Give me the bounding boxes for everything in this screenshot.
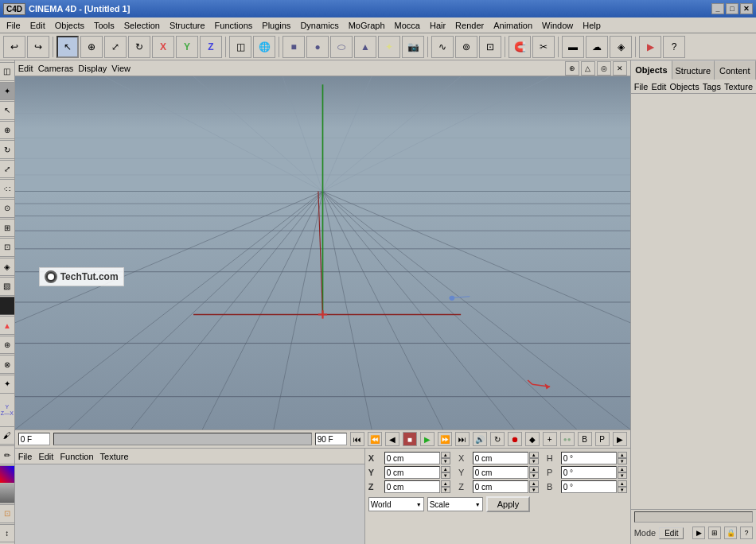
z-size-spin[interactable]: ▲ ▼ xyxy=(529,480,539,493)
left-tool-texture[interactable]: ⊡ xyxy=(0,504,15,523)
p-field[interactable]: 0 ° xyxy=(561,466,617,479)
b-down[interactable]: ▼ xyxy=(618,487,627,493)
left-tool-7[interactable]: ·∷ xyxy=(0,179,15,198)
z-axis[interactable]: Z xyxy=(200,36,222,58)
y-size-up[interactable]: ▲ xyxy=(529,466,539,472)
y-size-down[interactable]: ▼ xyxy=(529,472,539,479)
next-frame-button[interactable]: ⏩ xyxy=(438,432,452,446)
z-size-down[interactable]: ▼ xyxy=(529,487,539,493)
environment-tool[interactable]: ◈ xyxy=(610,36,632,58)
y-pos-spin[interactable]: ▲ ▼ xyxy=(441,466,450,479)
left-tool-11[interactable]: ◈ xyxy=(0,258,15,277)
end-frame-field[interactable]: 90 F xyxy=(315,433,347,445)
vp-btn-1[interactable]: ⊕ xyxy=(565,61,579,76)
x-pos-field[interactable]: 0 cm xyxy=(384,452,440,464)
menu-edit[interactable]: Edit xyxy=(25,19,50,32)
mode-icon-1[interactable]: ▶ xyxy=(692,527,705,539)
mat-edit[interactable]: Edit xyxy=(38,452,53,461)
current-frame-field[interactable]: 0 F xyxy=(18,433,50,445)
menu-help[interactable]: Help xyxy=(578,19,606,32)
render-settings[interactable]: ▶ xyxy=(639,36,661,58)
spline-tool[interactable]: ∿ xyxy=(431,36,454,58)
left-tool-2[interactable]: ✦ xyxy=(0,82,15,101)
y-size-spin[interactable]: ▲ ▼ xyxy=(529,466,539,479)
left-tool-9[interactable]: ⊞ xyxy=(0,219,15,238)
tab-objects[interactable]: Objects xyxy=(631,60,672,80)
close-button[interactable]: ✕ xyxy=(740,3,753,14)
x-size-down[interactable]: ▼ xyxy=(529,458,539,464)
world-mode-select[interactable]: World xyxy=(368,497,424,511)
h-down[interactable]: ▼ xyxy=(618,458,627,464)
menu-functions[interactable]: Functions xyxy=(210,19,258,32)
timeline-extra1[interactable]: + xyxy=(543,432,557,446)
vp-display[interactable]: Display xyxy=(78,64,107,73)
vp-view[interactable]: View xyxy=(111,64,131,73)
magnet-tool[interactable]: 🧲 xyxy=(509,36,531,58)
left-tool-14[interactable]: ▲ xyxy=(0,316,15,335)
x-pos-up[interactable]: ▲ xyxy=(441,452,450,458)
x-pos-spin[interactable]: ▲ ▼ xyxy=(441,452,450,464)
left-tool-color[interactable] xyxy=(0,465,15,484)
vp-btn-2[interactable]: △ xyxy=(581,61,595,76)
menu-hair[interactable]: Hair xyxy=(425,19,450,32)
object-axis[interactable]: ◫ xyxy=(229,36,251,58)
light-tool[interactable]: ✦ xyxy=(378,36,400,58)
loop-button[interactable]: ↻ xyxy=(490,432,505,446)
timeline-extra4[interactable]: P xyxy=(595,432,610,446)
left-tool-8[interactable]: ⊙ xyxy=(0,199,15,218)
x-size-spin[interactable]: ▲ ▼ xyxy=(529,452,539,464)
scale-tool[interactable]: ⤢ xyxy=(104,36,127,58)
y-pos-down[interactable]: ▼ xyxy=(441,472,450,479)
z-pos-spin[interactable]: ▲ ▼ xyxy=(441,480,450,493)
p-down[interactable]: ▼ xyxy=(618,472,627,479)
left-tool-arrow[interactable]: ↕ xyxy=(0,524,15,543)
mat-file[interactable]: File xyxy=(18,452,33,461)
vp-cameras[interactable]: Cameras xyxy=(38,64,74,73)
b-up[interactable]: ▲ xyxy=(618,480,627,487)
cylinder-primitive[interactable]: ⬭ xyxy=(330,36,353,58)
rm-file[interactable]: File xyxy=(634,82,649,91)
scale-mode-select[interactable]: Scale xyxy=(427,497,483,511)
timeline-extra3[interactable]: B xyxy=(578,432,592,446)
move-tool[interactable]: ⊕ xyxy=(80,36,103,58)
mat-function[interactable]: Function xyxy=(60,452,93,461)
goto-end-button[interactable]: ⏭ xyxy=(455,432,470,446)
x-axis[interactable]: X xyxy=(152,36,174,58)
mode-icon-3[interactable]: ? xyxy=(740,527,753,539)
menu-objects[interactable]: Objects xyxy=(50,19,89,32)
h-up[interactable]: ▲ xyxy=(618,452,627,458)
b-field[interactable]: 0 ° xyxy=(561,480,617,493)
z-size-field[interactable]: 0 cm xyxy=(473,480,528,493)
menu-animation[interactable]: Animation xyxy=(489,19,537,32)
p-spin[interactable]: ▲ ▼ xyxy=(618,466,627,479)
undo-button[interactable]: ↩ xyxy=(3,36,25,58)
left-tool-paint[interactable]: 🖌 xyxy=(0,426,15,445)
apply-button[interactable]: Apply xyxy=(486,496,531,512)
y-pos-field[interactable]: 0 cm xyxy=(384,466,440,479)
z-pos-up[interactable]: ▲ xyxy=(441,480,450,487)
tab-structure[interactable]: Structure xyxy=(672,60,714,80)
left-tool-5[interactable]: ↻ xyxy=(0,140,15,159)
timeline-extra2[interactable]: ●● xyxy=(560,432,575,446)
menu-plugins[interactable]: Plugins xyxy=(257,19,295,32)
select-tool[interactable]: ↖ xyxy=(57,36,79,58)
edit-mode-button[interactable]: Edit xyxy=(659,527,684,539)
vp-btn-3[interactable]: ◎ xyxy=(597,61,611,76)
z-size-up[interactable]: ▲ xyxy=(529,480,539,487)
menu-dynamics[interactable]: Dynamics xyxy=(295,19,343,32)
left-tool-4[interactable]: ⊕ xyxy=(0,121,15,140)
y-axis[interactable]: Y xyxy=(176,36,198,58)
mode-lock[interactable]: 🔒 xyxy=(724,527,737,539)
minimize-button[interactable]: _ xyxy=(711,3,724,14)
mat-texture[interactable]: Texture xyxy=(100,452,129,461)
world-axis[interactable]: 🌐 xyxy=(253,36,275,58)
prev-frame-button[interactable]: ⏪ xyxy=(368,432,382,446)
redo-button[interactable]: ↪ xyxy=(27,36,49,58)
left-tool-15[interactable]: ⊛ xyxy=(0,336,15,355)
rm-texture[interactable]: Texture xyxy=(724,82,753,91)
menu-mocca[interactable]: Mocca xyxy=(390,19,425,32)
h-spin[interactable]: ▲ ▼ xyxy=(618,452,627,464)
floor-tool[interactable]: ▬ xyxy=(562,36,584,58)
rm-objects[interactable]: Objects xyxy=(669,82,699,91)
play-back-button[interactable]: ◀ xyxy=(385,432,399,446)
